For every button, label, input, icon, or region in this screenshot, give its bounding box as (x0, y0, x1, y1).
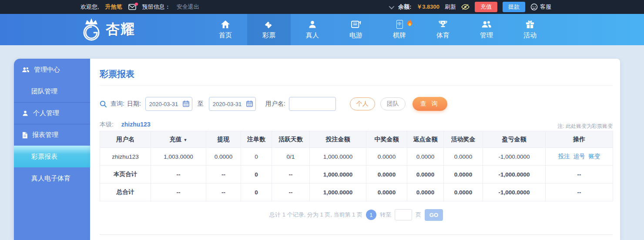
customer-service[interactable]: 客服 (530, 3, 551, 11)
sidebar-item-live-esports[interactable]: 真人电子体育 (14, 167, 90, 189)
sidebar-item-label: 报表管理 (32, 131, 58, 139)
recharge-button[interactable]: 充值 (475, 2, 497, 12)
sidebar-item-manage-center[interactable]: 管理中心 (14, 59, 90, 80)
sidebar-item-lottery-report[interactable]: 彩票报表 (14, 146, 90, 167)
nav-item-activity[interactable]: 活动 (508, 14, 552, 45)
main-panel: 彩票报表 查询: 日期: 至 用户名: 个人 团队 查 询 本级: zhizhu… (90, 59, 620, 240)
cell-active-days: -- (272, 166, 310, 183)
account-note: 注: 此处账变为彩票账变 (557, 123, 613, 130)
go-button[interactable]: GO (425, 209, 443, 221)
cell-win-amount: 0.0000 (366, 183, 407, 201)
level-user[interactable]: zhizhu123 (121, 121, 151, 128)
pagination: 总计 1 个记录, 分为 1 页, 当前第 1 页 1 转至 页 GO (100, 209, 613, 221)
withdraw-button[interactable]: 提款 (503, 2, 525, 12)
bet-link[interactable]: 投注 (558, 153, 570, 160)
table-header-row: 用户名 充值 ▼ 提现 注单数 活跃天数 投注金额 中奖金额 返点金额 活动奖金… (100, 131, 613, 148)
eye-off-icon[interactable] (461, 4, 470, 10)
users-icon (22, 67, 30, 73)
nav-label: 首页 (219, 31, 232, 40)
chase-link[interactable]: 追号 (574, 153, 585, 160)
date-label: 日期: (127, 100, 141, 108)
username-input[interactable] (289, 97, 336, 111)
chevron-down-icon[interactable] (389, 3, 394, 9)
account-change-link[interactable]: 账变 (589, 153, 600, 160)
table-row-grand-total: 总合计 -- -- 0 -- 1,000.0000 0.0000 0.0000 … (100, 183, 613, 201)
search-bar: 查询: 日期: 至 用户名: 个人 团队 查 询 (100, 97, 447, 111)
sidebar-item-label: 个人管理 (33, 109, 59, 117)
divider (100, 234, 613, 235)
col-activity-bonus: 活动奖金 (444, 131, 483, 148)
col-active-days: 活跃天数 (272, 131, 310, 148)
gift-icon (525, 20, 535, 29)
col-label: 充值 (170, 136, 182, 143)
reserved-label: 预留信息： (142, 3, 171, 11)
brand-name: 杏耀 (106, 20, 135, 39)
sidebar-item-label: 彩票报表 (31, 153, 57, 161)
welcome-label: 欢迎您, (80, 3, 99, 11)
report-table: 用户名 充值 ▼ 提现 注单数 活跃天数 投注金额 中奖金额 返点金额 活动奖金… (100, 131, 613, 201)
logout-link[interactable]: 安全退出 (177, 3, 199, 11)
cell-win-amount: 0.0000 (366, 166, 407, 183)
nav-item-chess[interactable]: 中 棋牌 (378, 14, 421, 45)
ticket-icon (264, 20, 274, 29)
cell-bonus: 0.0000 (444, 166, 483, 183)
nav-item-manage[interactable]: 管理 (465, 14, 508, 45)
sidebar-item-report-manage[interactable]: 报表管理 (14, 124, 90, 146)
goto-page-input[interactable] (395, 209, 412, 220)
sidebar-item-personal-manage[interactable]: 个人管理 (14, 102, 90, 124)
search-button[interactable]: 查 询 (413, 97, 447, 111)
team-button[interactable]: 团队 (380, 97, 406, 110)
nav-item-sports[interactable]: 体育 (421, 14, 465, 45)
cell-operations: 投注追号账变 (546, 148, 613, 166)
cell-active-days: -- (272, 183, 310, 201)
divider (100, 85, 613, 86)
mail-icon[interactable] (128, 4, 136, 10)
nav-label: 活动 (523, 31, 537, 40)
cell-rebate: 0.0000 (407, 166, 444, 183)
nav-items: 首页 彩票 真人 电游 中 棋牌 体育 管理 (204, 14, 552, 45)
brand-logo[interactable]: 杏耀 (80, 17, 135, 42)
topbar-right: 余额: ￥3.8300 刷新 充值 提款 客服 (389, 2, 551, 12)
nav-item-lottery[interactable]: 彩票 (247, 14, 291, 45)
cell-bet-amount: 1,000.0000 (310, 148, 366, 166)
document-icon (22, 132, 28, 139)
cell-rebate: 0.0000 (407, 183, 444, 201)
search-icon (100, 100, 107, 108)
sidebar-item-team-manage[interactable]: 团队管理 (14, 80, 90, 102)
cell-rebate: 0.0000 (407, 148, 444, 166)
nav-label: 管理 (480, 31, 493, 40)
col-bet-amount: 投注金额 (310, 131, 366, 148)
cell-recharge: -- (151, 183, 206, 201)
table-row-page-total: 本页合计 -- -- 0 -- 1,000.0000 0.0000 0.0000… (100, 166, 613, 183)
nav-item-home[interactable]: 首页 (204, 14, 247, 45)
nav-item-egames[interactable]: 电游 (334, 14, 378, 45)
user-icon (22, 110, 29, 117)
cell-active-days: 0/1 (272, 148, 310, 166)
nav-item-live[interactable]: 真人 (291, 14, 334, 45)
person-icon (308, 20, 317, 29)
sidebar: 管理中心 团队管理 个人管理 报表管理 彩票报表 真人电子体育 (14, 59, 90, 240)
col-rebate-amount: 返点金额 (407, 131, 444, 148)
page-label: 页 (416, 211, 421, 219)
personal-button[interactable]: 个人 (350, 97, 375, 110)
col-recharge-sort[interactable]: 充值 ▼ (151, 131, 206, 148)
service-label: 客服 (540, 3, 551, 11)
cell-bet-count: 0 (241, 183, 272, 201)
nav-label: 棋牌 (393, 31, 406, 40)
calendar-icon[interactable] (183, 100, 189, 107)
col-win-amount: 中奖金额 (366, 131, 407, 148)
cell-withdraw: -- (206, 183, 241, 201)
cell-recharge: 1,003.0000 (151, 148, 206, 166)
cell-profit-loss: -1,000.0000 (483, 148, 546, 166)
nav-label: 真人 (306, 31, 319, 40)
page-number-button[interactable]: 1 (366, 210, 376, 220)
calendar-icon[interactable] (246, 100, 253, 107)
refresh-button[interactable]: 刷新 (445, 3, 456, 11)
col-withdraw: 提现 (206, 131, 241, 148)
cell-bet-amount: 1,000.0000 (310, 183, 366, 201)
cell-profit-loss: -1,000.0000 (483, 183, 546, 201)
level-label: 本级: (100, 121, 114, 128)
cell-win-amount: 0.0000 (366, 148, 407, 166)
table-row: zhizhu123 1,003.0000 0.0000 0 0/1 1,000.… (100, 148, 613, 166)
slot-machine-icon (351, 20, 361, 29)
